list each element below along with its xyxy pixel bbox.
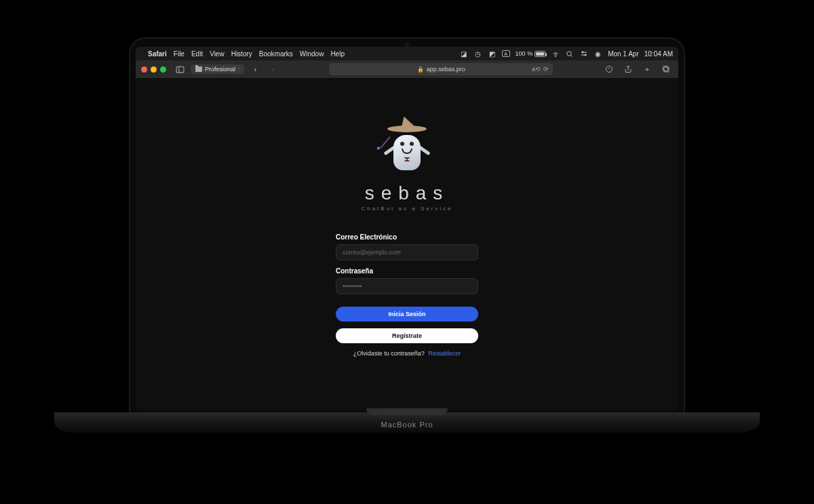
email-input[interactable] xyxy=(336,244,478,260)
password-label: Contraseña xyxy=(336,267,478,275)
wifi-icon[interactable] xyxy=(551,50,560,58)
password-input[interactable] xyxy=(336,278,478,294)
close-window-button[interactable] xyxy=(141,66,147,73)
siri-icon[interactable]: ◉ xyxy=(594,50,602,58)
lock-icon: 🔒 xyxy=(417,66,424,73)
menu-help[interactable]: Help xyxy=(330,50,345,58)
battery-percent-text: 100 % xyxy=(516,50,533,57)
svg-rect-6 xyxy=(176,66,184,73)
menubar-app-name[interactable]: Safari xyxy=(148,50,167,58)
menu-file[interactable]: File xyxy=(174,50,185,58)
window-controls xyxy=(141,66,166,73)
forgot-text: ¿Olvidaste tu contraseña? xyxy=(353,350,425,357)
share-icon[interactable] xyxy=(621,63,635,75)
reload-icon[interactable]: ⟳ xyxy=(543,66,549,73)
forgot-row: ¿Olvidaste tu contraseña? Restablecer xyxy=(336,350,478,357)
brand-name: sebas xyxy=(365,182,450,204)
input-source-icon[interactable]: A xyxy=(502,50,510,57)
reset-link[interactable]: Restablecer xyxy=(428,350,461,357)
logo-block: sebas ChatBot as a Service xyxy=(361,119,452,212)
shield-icon[interactable]: ◪ xyxy=(459,50,468,58)
privacy-report-icon[interactable] xyxy=(602,63,616,75)
svg-point-0 xyxy=(555,56,556,57)
menu-view[interactable]: View xyxy=(210,50,225,58)
new-tab-icon[interactable]: + xyxy=(640,63,654,75)
svg-point-3 xyxy=(582,52,583,53)
macos-menubar: Safari File Edit View History Bookmarks … xyxy=(136,47,678,60)
svg-point-5 xyxy=(585,54,586,56)
forward-button[interactable]: › xyxy=(266,63,279,75)
browser-toolbar: Profesional ˇ ‹ › 🔒 app.sebas.pro ᴀ⟲ ⟳ xyxy=(136,60,678,78)
page-content: sebas ChatBot as a Service Correo Electr… xyxy=(136,78,678,410)
svg-point-1 xyxy=(567,51,571,55)
chevron-down-icon: ˇ xyxy=(238,67,239,72)
menu-window[interactable]: Window xyxy=(300,50,324,58)
address-bar[interactable]: 🔒 app.sebas.pro ᴀ⟲ ⟳ xyxy=(329,63,553,75)
laptop-frame: Safari File Edit View History Bookmarks … xyxy=(129,37,685,417)
menu-bookmarks[interactable]: Bookmarks xyxy=(259,50,293,58)
login-button[interactable]: Inicia Sesión xyxy=(336,307,478,322)
translate-icon[interactable]: ᴀ⟲ xyxy=(532,66,541,73)
menu-history[interactable]: History xyxy=(231,50,252,58)
control-center-icon[interactable] xyxy=(579,50,588,58)
battery-status[interactable]: 100 % xyxy=(516,50,546,57)
mascot-icon xyxy=(376,119,438,180)
tabs-overview-icon[interactable] xyxy=(659,63,673,75)
timer-icon[interactable]: ◷ xyxy=(473,50,482,58)
search-icon[interactable] xyxy=(565,50,574,58)
laptop-brand-label: MacBook Pro xyxy=(381,421,433,429)
url-host-text: app.sebas.pro xyxy=(427,66,465,73)
tab-group-selector[interactable]: Profesional ˇ xyxy=(191,64,244,74)
login-form: Correo Electrónico Contraseña Inicia Ses… xyxy=(336,227,478,357)
sidebar-toggle-icon[interactable] xyxy=(173,63,187,75)
app-indicator-icon[interactable]: ◩ xyxy=(488,50,497,58)
email-label: Correo Electrónico xyxy=(336,233,478,241)
brand-tagline: ChatBot as a Service xyxy=(361,206,452,212)
laptop-notch xyxy=(366,408,448,415)
tab-group-label: Profesional xyxy=(205,66,235,73)
register-button[interactable]: Regístrate xyxy=(336,328,478,343)
menu-edit[interactable]: Edit xyxy=(191,50,203,58)
menubar-time[interactable]: 10:04 AM xyxy=(644,50,673,58)
folder-icon xyxy=(195,66,202,72)
fullscreen-window-button[interactable] xyxy=(160,66,166,73)
minimize-window-button[interactable] xyxy=(151,66,157,73)
screen: Safari File Edit View History Bookmarks … xyxy=(136,47,678,410)
menubar-date[interactable]: Mon 1 Apr xyxy=(608,50,639,58)
battery-icon xyxy=(535,51,545,57)
back-button[interactable]: ‹ xyxy=(248,63,262,75)
